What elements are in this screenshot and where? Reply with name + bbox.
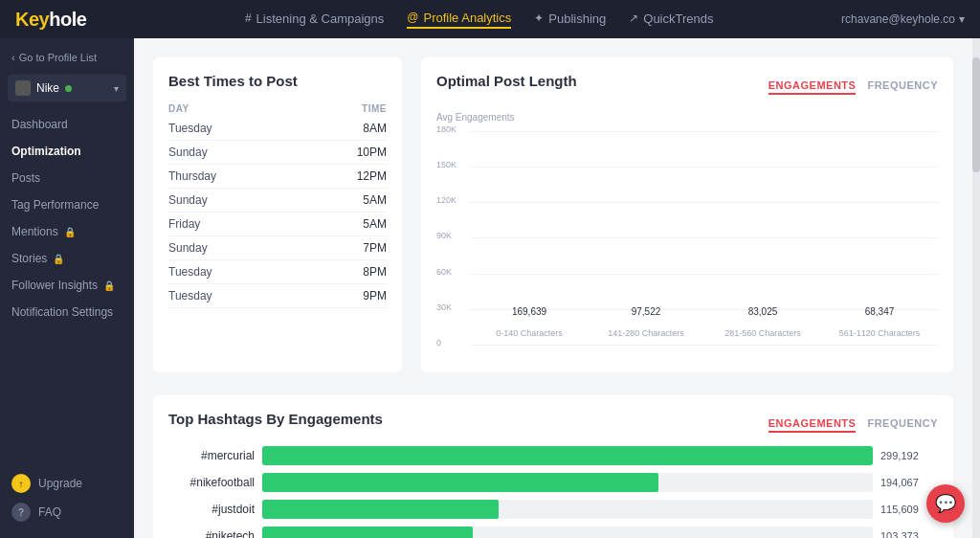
list-item: #niketech 103,373 [168,527,938,538]
hashtag-bar [262,527,473,538]
trends-icon: ↗ [629,11,638,25]
hashtag-bar [262,500,499,519]
bar-group: 83,025 281-560 Characters [704,306,821,338]
nav-quicktrends[interactable]: ↗ QuickTrends [629,11,713,29]
optimal-post-length-panel: Optimal Post Length ENGAGEMENTS FREQUENC… [421,57,953,372]
sidebar-item-stories[interactable]: Stories 🔒 [0,245,134,272]
table-row: Tuesday9PM [168,284,387,308]
best-times-title: Best Times to Post [168,73,387,89]
tab-frequency[interactable]: FREQUENCY [867,79,938,95]
account-icon [15,80,31,96]
nav-profile-analytics[interactable]: @ Profile Analytics [407,11,511,29]
upgrade-icon: ↑ [11,474,31,493]
sidebar-item-mentions[interactable]: Mentions 🔒 [0,218,134,245]
sidebar-bottom: ↑ Upgrade ? FAQ [0,458,134,538]
chevron-down-icon: ▾ [959,12,965,26]
table-row: Sunday5AM [168,189,387,213]
sidebar-item-tag-performance[interactable]: Tag Performance [0,191,134,218]
upgrade-button[interactable]: ↑ Upgrade [11,469,122,498]
hashtag-count: 103,373 [880,530,938,538]
bar-group: 97,522 141-280 Characters [588,306,704,338]
faq-button[interactable]: ? FAQ [11,498,122,527]
optimal-title: Optimal Post Length [436,73,577,89]
hashtag-count: 194,067 [880,477,938,488]
list-item: #justdoit 115,609 [168,500,938,519]
bar-value: 97,522 [632,306,661,317]
nav-publishing[interactable]: ✦ Publishing [534,11,606,29]
lock-icon: 🔒 [103,280,115,291]
sidebar: ‹ Go to Profile List Nike ▾ Dashboard Op… [0,38,134,538]
bar-label: 281-560 Characters [724,328,801,338]
hashtag-bar [262,473,658,492]
tab-engagements[interactable]: ENGAGEMENTS [768,79,857,95]
hashtags-title: Top Hashtags By Engagements [168,411,383,427]
bar-group: 68,347 561-1120 Characters [821,306,938,338]
user-email[interactable]: rchavane@keyhole.co ▾ [841,12,965,26]
nav-links: # Listening & Campaigns @ Profile Analyt… [117,11,841,29]
bar-label: 0-140 Characters [496,328,563,338]
sidebar-item-dashboard[interactable]: Dashboard [0,111,134,138]
hashtag-bar [262,446,873,465]
faq-icon: ? [11,503,31,522]
best-times-panel: Best Times to Post DAY TIME Tuesday8AMSu… [153,57,402,372]
hashtags-tab-frequency[interactable]: FREQUENCY [867,417,938,433]
sidebar-item-posts[interactable]: Posts [0,165,134,191]
online-indicator [65,85,72,92]
col-time-header: TIME [302,101,387,117]
hashtags-tab-engagements[interactable]: ENGAGEMENTS [768,417,857,433]
back-to-profile-list[interactable]: ‹ Go to Profile List [0,46,134,69]
top-hashtags-panel: Top Hashtags By Engagements ENGAGEMENTS … [153,395,953,538]
bar-label: 561-1120 Characters [839,328,921,338]
hashtag-count: 299,192 [880,450,938,461]
hashtag-bar-wrap [262,446,873,465]
hashtag-name: #niketech [168,529,255,538]
hashtag-name: #mercurial [168,449,255,462]
publish-icon: ✦ [534,11,544,25]
account-selector[interactable]: Nike ▾ [8,75,126,101]
table-row: Friday5AM [168,213,387,236]
bar-label: 141-280 Characters [608,328,684,338]
account-chevron-icon: ▾ [114,83,119,94]
hashtag-bar-wrap [262,500,873,519]
scrollbar[interactable] [972,38,980,538]
hashtag-name: #nikefootball [168,476,255,489]
table-row: Tuesday8AM [168,117,387,141]
chat-icon: 💬 [935,493,956,514]
bar-group: 169,639 0-140 Characters [471,306,588,338]
table-row: Tuesday8PM [168,260,387,284]
chevron-left-icon: ‹ [11,52,15,63]
table-row: Sunday7PM [168,236,387,260]
at-icon: @ [407,11,418,24]
sidebar-item-optimization[interactable]: Optimization [0,138,134,165]
hash-icon: # [245,11,252,25]
bars-container: 169,639 0-140 Characters 97,522 141-280 … [471,131,938,338]
hashtag-bar-wrap [262,473,873,492]
sidebar-item-follower-insights[interactable]: Follower Insights 🔒 [0,272,134,299]
bar-value: 68,347 [865,306,895,317]
nav-listening[interactable]: # Listening & Campaigns [245,11,384,29]
list-item: #mercurial 299,192 [168,446,938,465]
top-navigation: Keyhole # Listening & Campaigns @ Profil… [0,0,980,38]
table-row: Thursday12PM [168,165,387,189]
logo: Keyhole [15,9,86,31]
lock-icon: 🔒 [64,227,76,237]
hashtag-name: #justdoit [168,503,255,516]
list-item: #nikefootball 194,067 [168,473,938,492]
col-day-header: DAY [168,101,302,117]
grid-line-0: 0 [471,345,938,380]
bar-value: 83,025 [748,306,778,317]
lock-icon: 🔒 [53,254,64,264]
times-table: DAY TIME Tuesday8AMSunday10PMThursday12P… [168,101,387,308]
bar-value: 169,639 [512,306,546,317]
chat-bubble[interactable]: 💬 [926,484,965,523]
hashtags-list: #mercurial 299,192 #nikefootball 194,067… [168,446,938,538]
table-row: Sunday10PM [168,141,387,165]
scroll-thumb[interactable] [972,57,980,172]
sidebar-item-notification-settings[interactable]: Notification Settings [0,299,134,325]
sidebar-navigation: Dashboard Optimization Posts Tag Perform… [0,111,134,325]
y-axis-label: Avg Engagements [436,112,515,123]
optimal-tabs: ENGAGEMENTS FREQUENCY [768,79,938,95]
bar-chart: Avg Engagements 180K 150K 120K 90K 60K 3… [436,108,938,357]
hashtag-bar-wrap [262,527,873,538]
hashtags-tabs: ENGAGEMENTS FREQUENCY [768,417,938,433]
